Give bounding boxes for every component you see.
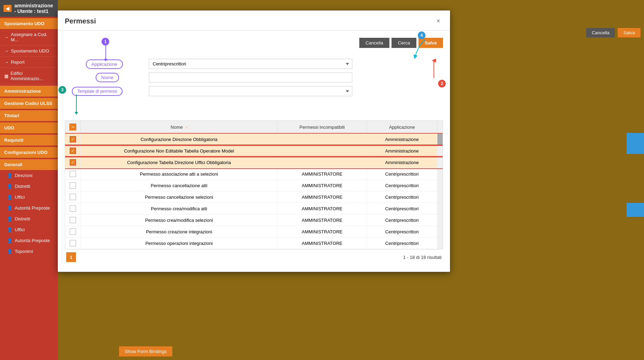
sidebar-section-admin: Amministrazione	[0, 86, 58, 97]
table-row: ✓Configurazione Direzione ObbligatoriaAm…	[65, 134, 443, 145]
sidebar-section-spostamento: Spostamento UDO	[0, 18, 58, 29]
table-row: ✓Configurazione Tabella Direzione Uffici…	[65, 157, 443, 168]
sidebar-item-uffici2[interactable]: 👤 Uffici	[0, 224, 58, 235]
bg-salva-button[interactable]: Salva	[618, 28, 640, 37]
applicazione-select[interactable]: Centriprescrittori Amministrazione Gener…	[149, 59, 352, 69]
checkbox-unchecked[interactable]	[70, 171, 76, 177]
oval-template: Template di permessi	[72, 87, 123, 96]
table-body: ✓Configurazione Direzione ObbligatoriaAm…	[65, 134, 443, 249]
checkbox-unchecked[interactable]	[70, 205, 76, 212]
row-checkbox-cell[interactable]	[65, 191, 81, 203]
sidebar-section-udo: UDO	[0, 122, 58, 133]
sidebar-item-label: Distretti	[15, 216, 30, 221]
sidebar-item-uffici[interactable]: 👤 Uffici	[0, 192, 58, 203]
checkbox-unchecked[interactable]	[70, 228, 76, 235]
table-row: Permesso crea/modifica selezioniAMMINIST…	[65, 214, 443, 226]
row-incompatibili: AMMINISTRATORE	[277, 168, 367, 180]
arrow-icon: →	[4, 48, 9, 54]
page-1-button[interactable]: 1	[66, 252, 76, 262]
checkbox-unchecked[interactable]	[70, 217, 76, 223]
row-checkbox-cell[interactable]	[65, 180, 81, 191]
modal-body: 1 Applicazione Nome Template di permessi…	[58, 31, 450, 272]
th-scrollbar	[437, 121, 443, 134]
th-incompatibili: Permessi incompatibili	[277, 121, 367, 134]
sidebar-item-label: Report	[11, 59, 25, 65]
checkbox-unchecked[interactable]	[70, 182, 76, 189]
cancella-button[interactable]: Cancella	[359, 38, 390, 48]
row-scrollbar	[437, 168, 443, 180]
row-incompatibili	[277, 157, 367, 168]
table-row: Permesso associazione atti a selezioniAM…	[65, 168, 443, 180]
sidebar-item-direzioni[interactable]: 👤 Direzioni	[0, 170, 58, 181]
row-incompatibili: AMMINISTRATORE	[277, 203, 367, 214]
row-checkbox-cell[interactable]	[65, 203, 81, 214]
side-panel-right	[626, 133, 644, 154]
row-checkbox-cell[interactable]: ✓	[65, 145, 81, 157]
checkbox-unchecked[interactable]	[70, 240, 76, 246]
modal-close-button[interactable]: ×	[434, 16, 443, 26]
checkbox-checked[interactable]: ✓	[70, 159, 76, 165]
modal-header: Permessi ×	[58, 10, 450, 31]
select-all-button[interactable]: −	[69, 123, 76, 130]
checkbox-checked[interactable]: ✓	[70, 136, 76, 142]
sidebar-item-label: Uffici	[15, 195, 25, 200]
row-applicazione: Centriprescrittori	[367, 238, 437, 249]
sidebar-item-edifici[interactable]: ▦ Edifici Amministrazio...	[0, 68, 58, 84]
bg-cancella-button[interactable]: Cancella	[586, 28, 615, 37]
background-buttons: Cancella Salva	[586, 28, 640, 37]
row-nome: Configurazione Non Editabile Tabella Ope…	[81, 145, 277, 157]
user-icon: 👤	[7, 173, 13, 178]
sidebar-item-label: Assegnare a Cod. M...	[11, 32, 54, 42]
table-row: Permesso creazione integrazioniAMMINISTR…	[65, 226, 443, 238]
row-checkbox-cell[interactable]	[65, 238, 81, 249]
sidebar-item-label: Toponimi	[15, 249, 33, 254]
row-incompatibili: AMMINISTRATORE	[277, 238, 367, 249]
sidebar-item-spostamento[interactable]: → Spostamento UDO	[0, 45, 58, 57]
row-scrollbar	[437, 134, 443, 145]
sidebar-item-report[interactable]: → Report	[0, 57, 58, 68]
sidebar-item-toponimi[interactable]: 👤 Toponimi	[0, 246, 58, 257]
annotation-badge-2: 2	[438, 80, 446, 87]
row-checkbox-cell[interactable]	[65, 168, 81, 180]
arrow-icon: →	[4, 59, 9, 65]
sort-icon: ↑	[186, 125, 188, 129]
row-nome: Permesso associazione atti a selezioni	[81, 168, 277, 180]
annotation-badge-3: 3	[58, 86, 66, 94]
checkbox-checked[interactable]: ✓	[70, 148, 76, 154]
row-checkbox-cell[interactable]: ✓	[65, 134, 81, 145]
row-scrollbar	[437, 226, 443, 238]
results-info: 1 - 18 di 18 risultati	[403, 255, 442, 260]
template-select[interactable]: Template 1 Template 2	[149, 86, 352, 96]
sidebar-item-distretti2[interactable]: 👤 Distretti	[0, 213, 58, 224]
row-scrollbar	[437, 180, 443, 191]
row-checkbox-cell[interactable]	[65, 214, 81, 226]
arrow-icon: →	[4, 35, 9, 40]
row-checkbox-cell[interactable]	[65, 226, 81, 238]
th-checkbox: −	[65, 121, 81, 134]
row-nome: Permesso cancellazione atti	[81, 180, 277, 191]
row-checkbox-cell[interactable]: ✓	[65, 157, 81, 168]
user-icon: 👤	[7, 227, 13, 232]
sidebar-section-generali: Generali	[0, 159, 58, 170]
row-applicazione: Centriprescrittori	[367, 180, 437, 191]
sidebar-item-label: Direzioni	[15, 173, 33, 178]
show-form-bindings-button[interactable]: Show Form Bindings	[119, 346, 172, 357]
sidebar-item-autorita[interactable]: 👤 Autorità Preposte	[0, 203, 58, 213]
oval-applicazione: Applicazione	[86, 59, 123, 69]
back-button[interactable]: ◀	[4, 5, 12, 12]
sidebar-item-assegnare[interactable]: → Assegnare a Cod. M...	[0, 29, 58, 45]
annotation-arrow-4-svg	[404, 38, 432, 59]
sidebar-item-distretti[interactable]: 👤 Distretti	[0, 181, 58, 192]
sidebar-header: ◀ amministrazione - Utente : test1	[0, 0, 58, 17]
annotation-arrow-1	[105, 45, 106, 59]
row-scrollbar	[437, 157, 443, 168]
sidebar-item-autorita2[interactable]: 👤 Autorità Preposte	[0, 235, 58, 246]
nome-input[interactable]	[149, 72, 352, 83]
modal-permessi: Permessi × 1 Applicazione Nome Template …	[58, 10, 450, 272]
user-icon: 👤	[7, 205, 13, 211]
row-applicazione: Centriprescrittori	[367, 214, 437, 226]
checkbox-unchecked[interactable]	[70, 194, 76, 200]
row-applicazione: Centriprescrittori	[367, 203, 437, 214]
table-row: Permesso cancellazione attiAMMINISTRATOR…	[65, 180, 443, 191]
user-icon: 👤	[7, 184, 13, 189]
